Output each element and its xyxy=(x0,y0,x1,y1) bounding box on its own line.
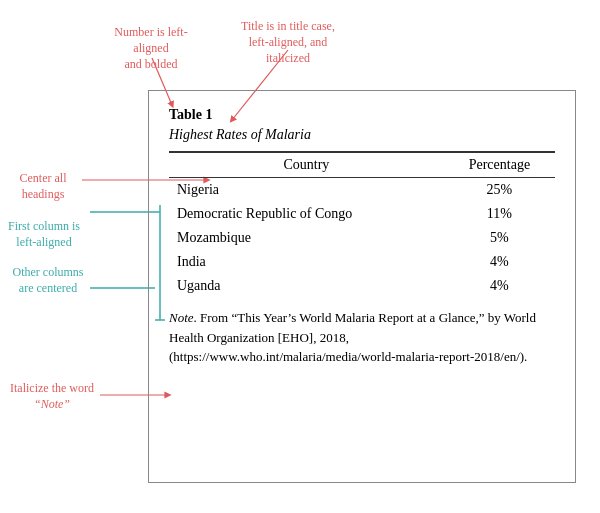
table-label: Table 1 xyxy=(169,107,555,123)
col-header-percentage: Percentage xyxy=(444,152,555,178)
col-header-country: Country xyxy=(169,152,444,178)
page-container: Number is left-alignedand bolded Title i… xyxy=(0,0,600,513)
table-row: Uganda4% xyxy=(169,274,555,298)
table-row: Nigeria25% xyxy=(169,178,555,203)
table-note: Note. From “This Year’s World Malaria Re… xyxy=(169,308,555,367)
annotation-italicize-note: Italicize the word“Note” xyxy=(2,380,102,412)
annotation-title-italic: Title is in title case,left-aligned, and… xyxy=(228,18,348,67)
table-row: India4% xyxy=(169,250,555,274)
annotation-other-cols: Other columnsare centered xyxy=(4,264,92,296)
data-table: Country Percentage Nigeria25%Democratic … xyxy=(169,151,555,298)
cell-percentage: 4% xyxy=(444,274,555,298)
annotation-center-headings: Center allheadings xyxy=(4,170,82,202)
table-row: Mozambique5% xyxy=(169,226,555,250)
cell-country: India xyxy=(169,250,444,274)
table-box: Table 1 Highest Rates of Malaria Country… xyxy=(148,90,576,483)
cell-percentage: 5% xyxy=(444,226,555,250)
cell-country: Nigeria xyxy=(169,178,444,203)
annotation-number-bold: Number is left-alignedand bolded xyxy=(106,24,196,73)
table-row: Democratic Republic of Congo11% xyxy=(169,202,555,226)
cell-country: Democratic Republic of Congo xyxy=(169,202,444,226)
cell-country: Mozambique xyxy=(169,226,444,250)
annotation-first-col: First column isleft-aligned xyxy=(0,218,88,250)
cell-percentage: 4% xyxy=(444,250,555,274)
table-header-row: Country Percentage xyxy=(169,152,555,178)
cell-percentage: 11% xyxy=(444,202,555,226)
cell-country: Uganda xyxy=(169,274,444,298)
table-title: Highest Rates of Malaria xyxy=(169,127,555,143)
cell-percentage: 25% xyxy=(444,178,555,203)
